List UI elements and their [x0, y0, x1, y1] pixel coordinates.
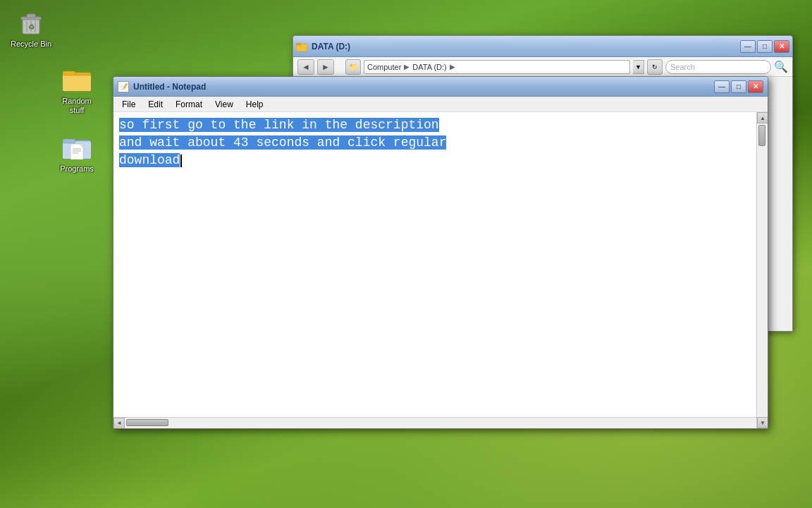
h-scroll-thumb[interactable] [126, 419, 168, 426]
search-box[interactable]: Search [665, 60, 771, 74]
explorer-address-bar[interactable]: Computer ▶ DATA (D:) ▶ [364, 60, 630, 74]
scroll-left-button[interactable]: ◄ [113, 418, 125, 429]
address-breadcrumb-data: DATA (D:) [412, 63, 446, 71]
refresh-button[interactable]: ↻ [647, 59, 663, 75]
explorer-close-button[interactable]: ✕ [774, 40, 789, 53]
notepad-title-left: 📝 Untitled - Notepad [118, 81, 206, 92]
notepad-minimize-button[interactable]: — [714, 80, 730, 93]
desktop: ♻ Recycle Bin Random stuff [0, 0, 812, 508]
explorer-folder-icon [296, 41, 307, 52]
random-stuff-label: Random stuff [54, 97, 99, 115]
explorer-back-button[interactable]: ◄ [297, 59, 314, 75]
programs-label: Programs [60, 164, 94, 174]
notepad-app-icon: 📝 [118, 81, 129, 92]
notepad-editor-area: so first go to the link in the descripti… [113, 112, 768, 417]
random-stuff-icon [63, 66, 91, 94]
explorer-window-controls: — □ ✕ [740, 40, 789, 53]
text-cursor [180, 155, 182, 167]
notepad-text-content: so first go to the link in the descripti… [119, 116, 768, 170]
address-breadcrumb: Computer [367, 63, 401, 71]
breadcrumb-arrow-2: ▶ [450, 63, 455, 71]
h-scroll-track[interactable] [125, 418, 756, 428]
search-submit-button[interactable]: 🔍 [774, 60, 788, 74]
horizontal-scrollbar[interactable]: ◄ ► [113, 417, 768, 428]
explorer-titlebar: DATA (D:) — □ ✕ [293, 36, 792, 57]
svg-rect-13 [63, 139, 75, 143]
scroll-thumb[interactable] [758, 125, 765, 146]
desktop-icon-programs[interactable]: Programs [51, 131, 102, 176]
notepad-close-button[interactable]: ✕ [748, 80, 763, 93]
menu-format[interactable]: Format [170, 98, 208, 111]
desktop-icon-random-stuff[interactable]: Random stuff [51, 63, 102, 118]
selected-text-line2: and wait about 43 seconds and click regu… [119, 135, 446, 150]
scroll-track[interactable] [757, 123, 768, 417]
notepad-text-wrapper[interactable]: so first go to the link in the descripti… [113, 112, 768, 417]
svg-rect-2 [27, 14, 35, 18]
search-placeholder: Search [670, 63, 695, 71]
explorer-toolbar: ◄ ► 📁 Computer ▶ DATA (D:) ▶ ▼ ↻ Search … [293, 57, 792, 77]
address-dropdown-button[interactable]: ▼ [633, 60, 644, 74]
vertical-scrollbar[interactable]: ▲ ▼ [756, 112, 768, 417]
explorer-title-left: DATA (D:) [296, 41, 350, 52]
notepad-title-text: Untitled - Notepad [133, 82, 206, 92]
notepad-maximize-button[interactable]: □ [731, 80, 746, 93]
svg-rect-8 [63, 74, 91, 91]
menu-file[interactable]: File [116, 98, 141, 111]
explorer-folder-btn[interactable]: 📁 [345, 59, 361, 75]
scroll-up-button[interactable]: ▲ [757, 112, 768, 123]
recycle-bin-label: Recycle Bin [11, 40, 51, 49]
notepad-content-area: so first go to the link in the descripti… [113, 112, 768, 428]
notepad-window: 📝 Untitled - Notepad — □ ✕ File Edit For… [113, 76, 768, 429]
notepad-window-controls: — □ ✕ [714, 80, 763, 93]
breadcrumb-arrow-1: ▶ [404, 63, 410, 71]
svg-rect-10 [63, 71, 75, 75]
explorer-maximize-button[interactable]: □ [757, 40, 773, 53]
svg-rect-20 [296, 43, 301, 45]
notepad-menubar: File Edit Format View Help [113, 97, 768, 112]
notepad-titlebar: 📝 Untitled - Notepad — □ ✕ [113, 77, 768, 97]
menu-view[interactable]: View [209, 98, 239, 111]
recycle-bin-icon: ♻ [17, 8, 45, 37]
desktop-icon-recycle-bin[interactable]: ♻ Recycle Bin [6, 6, 56, 52]
explorer-forward-button[interactable]: ► [317, 59, 334, 75]
explorer-title-text: DATA (D:) [312, 42, 350, 52]
selected-text-line1: so first go to the link in the descripti… [119, 118, 439, 132]
programs-icon [63, 133, 91, 162]
explorer-minimize-button[interactable]: — [740, 40, 756, 53]
selected-text-line3: download [119, 153, 180, 167]
menu-help[interactable]: Help [240, 98, 269, 111]
menu-edit[interactable]: Edit [142, 98, 168, 111]
